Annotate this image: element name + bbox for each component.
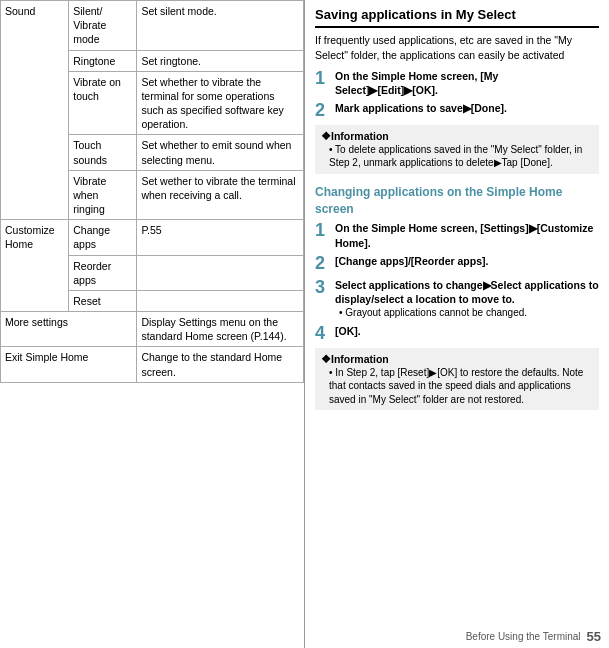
- section2-title: Changing applications on the Simple Home…: [315, 184, 599, 218]
- settings-table: Sound Silent/Vibrate mode Set silent mod…: [0, 0, 304, 383]
- vibrate-ringing-label: Vibrate when ringing: [69, 170, 137, 220]
- table-row: Customize Home Change apps P.55: [1, 220, 304, 255]
- step-s2-1: 1 On the Simple Home screen, [Settings]▶…: [315, 221, 599, 249]
- touch-sounds-label: Touch sounds: [69, 135, 137, 170]
- table-row: Sound Silent/Vibrate mode Set silent mod…: [1, 1, 304, 51]
- step-s2-3: 3 Select applications to change▶Select a…: [315, 278, 599, 320]
- step-num-s2-1: 1: [315, 221, 335, 241]
- step-2: 2 Mark applications to save▶[Done].: [315, 101, 599, 121]
- step-num-s2-2: 2: [315, 254, 335, 274]
- table-row: More settings Display Settings menu on t…: [1, 312, 304, 347]
- vibrate-touch-label: Vibrate on touch: [69, 71, 137, 135]
- step-text-s2-3: Select applications to change▶Select app…: [335, 278, 599, 306]
- footer-text: Before Using the Terminal: [466, 631, 581, 642]
- more-settings-label: More settings: [1, 312, 137, 347]
- customize-home-label: Customize Home: [1, 220, 69, 312]
- step-text-1: On the Simple Home screen, [My Select]▶[…: [335, 69, 599, 97]
- vibrate-ringing-desc: Set wether to vibrate the terminal when …: [137, 170, 304, 220]
- vibrate-touch-desc: Set whether to vibrate the terminal for …: [137, 71, 304, 135]
- silent-vibrate-desc: Set silent mode.: [137, 1, 304, 51]
- ringtone-desc: Set ringtone.: [137, 50, 304, 71]
- step-num-2: 2: [315, 101, 335, 121]
- section2-info: ❖Information In Step 2, tap [Reset]▶[OK]…: [315, 348, 599, 411]
- step-num-s2-4: 4: [315, 324, 335, 344]
- reorder-apps-label: Reorder apps: [69, 255, 137, 290]
- left-panel: Sound Silent/Vibrate mode Set silent mod…: [0, 0, 305, 648]
- change-apps-desc: P.55: [137, 220, 304, 255]
- right-panel: Saving applications in My Select If freq…: [305, 0, 609, 648]
- step-1: 1 On the Simple Home screen, [My Select]…: [315, 69, 599, 97]
- ringtone-label: Ringtone: [69, 50, 137, 71]
- step-text-s2-4: [OK].: [335, 324, 599, 338]
- exit-simple-home-desc: Change to the standard Home screen.: [137, 347, 304, 382]
- section1-intro: If frequently used applications, etc are…: [315, 33, 599, 62]
- change-apps-label: Change apps: [69, 220, 137, 255]
- reorder-apps-desc: [137, 255, 304, 290]
- step-num-s2-3: 3: [315, 278, 335, 298]
- step-text-s2-1: On the Simple Home screen, [Settings]▶[C…: [335, 221, 599, 249]
- step-s2-3-sub: Grayout applications cannot be changed.: [345, 307, 527, 318]
- step-s2-3-bullet: • Grayout applications cannot be changed…: [339, 306, 599, 320]
- step-s2-4: 4 [OK].: [315, 324, 599, 344]
- touch-sounds-desc: Set whether to emit sound when selecting…: [137, 135, 304, 170]
- table-row: Exit Simple Home Change to the standard …: [1, 347, 304, 382]
- step-s2-2: 2 [Change apps]/[Reorder apps].: [315, 254, 599, 274]
- step-text-2: Mark applications to save▶[Done].: [335, 101, 599, 115]
- section1-info-title: ❖Information: [321, 129, 593, 143]
- reset-label: Reset: [69, 290, 137, 311]
- footer: Before Using the Terminal 55: [466, 629, 601, 644]
- silent-vibrate-label: Silent/Vibrate mode: [69, 1, 137, 51]
- more-settings-desc: Display Settings menu on the standard Ho…: [137, 312, 304, 347]
- section1-info: ❖Information To delete applications save…: [315, 125, 599, 174]
- section1-title: Saving applications in My Select: [315, 6, 599, 28]
- section2-info-bullet: In Step 2, tap [Reset]▶[OK] to restore t…: [329, 366, 593, 407]
- step-num-1: 1: [315, 69, 335, 89]
- section1-info-bullet: To delete applications saved in the "My …: [329, 143, 593, 170]
- section2-info-title: ❖Information: [321, 352, 593, 366]
- sound-label: Sound: [1, 1, 69, 220]
- footer-page-num: 55: [587, 629, 601, 644]
- step-text-s2-3-container: Select applications to change▶Select app…: [335, 278, 599, 320]
- reset-desc: [137, 290, 304, 311]
- step-text-s2-2: [Change apps]/[Reorder apps].: [335, 254, 599, 268]
- exit-simple-home-label: Exit Simple Home: [1, 347, 137, 382]
